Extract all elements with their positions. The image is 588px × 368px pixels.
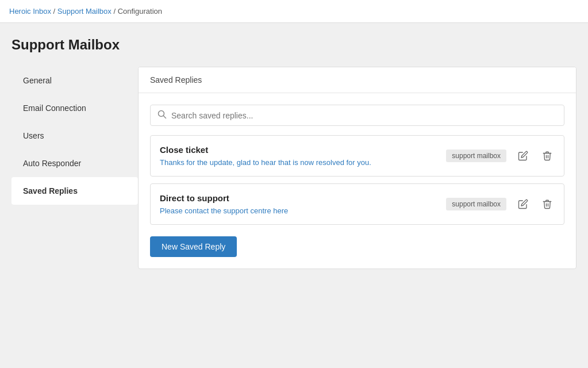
reply-title: Close ticket	[160, 145, 446, 155]
reply-card-direct-to-support: Direct to support Please contact the sup…	[150, 183, 564, 225]
svg-line-1	[164, 116, 166, 118]
edit-reply-button[interactable]	[516, 197, 531, 212]
reply-title: Direct to support	[160, 193, 446, 203]
reply-preview: Thanks for the update, glad to hear that…	[160, 158, 446, 167]
reply-tag: support mailbox	[446, 150, 506, 162]
main-content: Saved Replies Close ticket	[138, 67, 577, 269]
breadcrumb-support-mailbox[interactable]: Support Mailbox	[57, 7, 112, 16]
search-icon	[157, 110, 167, 121]
sidebar-item-general[interactable]: General	[11, 67, 138, 94]
section-header: Saved Replies	[139, 67, 576, 93]
page-title: Support Mailbox	[11, 37, 577, 53]
delete-reply-button[interactable]	[540, 197, 555, 212]
breadcrumb-sep-1: /	[53, 7, 57, 16]
sidebar-item-saved-replies[interactable]: Saved Replies	[11, 177, 138, 205]
sidebar-item-users[interactable]: Users	[11, 122, 138, 150]
breadcrumb-heroic-inbox[interactable]: Heroic Inbox	[9, 7, 51, 16]
new-saved-reply-button[interactable]: New Saved Reply	[150, 236, 237, 257]
section-body: Close ticket Thanks for the update, glad…	[139, 93, 576, 269]
reply-info: Direct to support Please contact the sup…	[160, 193, 446, 215]
reply-right: support mailbox	[446, 197, 555, 212]
sidebar: General Email Connection Users Auto Resp…	[11, 67, 138, 269]
reply-card-close-ticket: Close ticket Thanks for the update, glad…	[150, 135, 564, 177]
reply-right: support mailbox	[446, 148, 555, 163]
delete-reply-button[interactable]	[540, 148, 555, 163]
reply-tag: support mailbox	[446, 198, 506, 210]
replies-list: Close ticket Thanks for the update, glad…	[150, 135, 564, 225]
reply-info: Close ticket Thanks for the update, glad…	[160, 145, 446, 167]
reply-preview: Please contact the support centre here	[160, 206, 446, 215]
sidebar-item-email-connection[interactable]: Email Connection	[11, 94, 138, 122]
edit-reply-button[interactable]	[516, 148, 531, 163]
sidebar-item-auto-responder[interactable]: Auto Responder	[11, 150, 138, 177]
search-box	[150, 105, 564, 126]
search-input[interactable]	[171, 111, 557, 120]
breadcrumb-sep-2: /	[113, 7, 117, 16]
breadcrumb-configuration: Configuration	[118, 7, 162, 16]
breadcrumb: Heroic Inbox / Support Mailbox / Configu…	[0, 0, 588, 23]
